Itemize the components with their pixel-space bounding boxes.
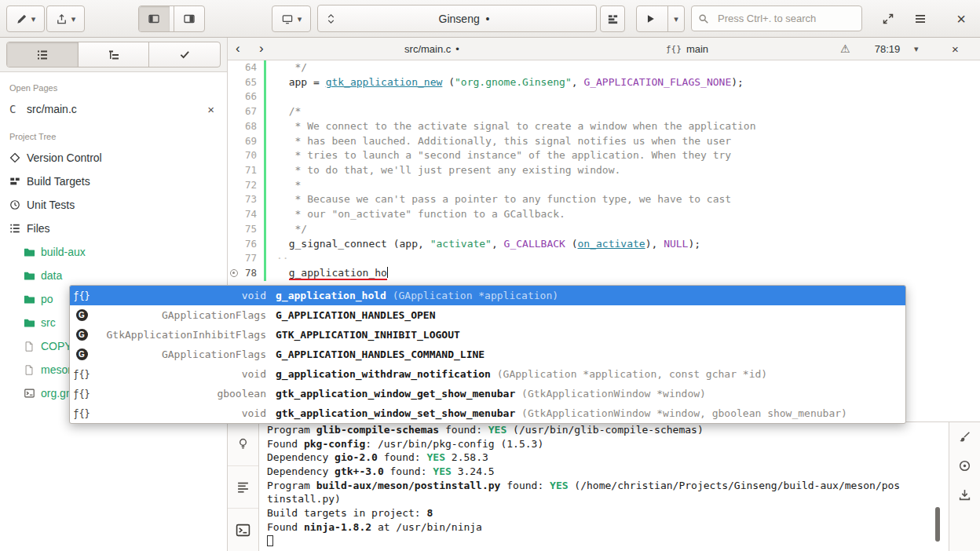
global-search-input[interactable] <box>718 13 856 24</box>
code-line[interactable]: g_application_ho <box>276 266 980 281</box>
output-text: found: <box>384 465 433 477</box>
terminal-button[interactable] <box>228 508 258 551</box>
diagnostics-button[interactable] <box>228 422 258 465</box>
code-line[interactable] <box>276 89 980 104</box>
completion-item[interactable]: GGtkApplicationInhibitFlagsGTK_APPLICATI… <box>70 325 905 345</box>
code-token: * <box>276 179 301 191</box>
close-editor-button[interactable]: × <box>952 38 959 60</box>
run-button[interactable] <box>637 6 664 31</box>
window-close-button[interactable]: × <box>947 5 975 32</box>
download-button[interactable] <box>958 488 971 502</box>
code-line[interactable]: g_signal_connect (app, "activate", G_CAL… <box>276 237 980 252</box>
symbol-name: gtk_application_window_get_show_menubar <box>276 388 515 400</box>
output-text: YES <box>488 424 506 436</box>
profiler-target-button[interactable] <box>958 459 971 473</box>
build-status-button[interactable] <box>600 5 625 32</box>
line-number[interactable]: 69 <box>228 134 264 149</box>
build-log-button[interactable] <box>228 465 258 509</box>
line-number[interactable]: 77 <box>228 251 264 266</box>
output-text: : /usr/bin/pkg-config (1.5.3) <box>365 438 543 450</box>
editor-tab-bar: ‹ › src/main.c• ƒ{} main ⚠ 78:19 ▾ × <box>228 38 980 60</box>
close-page-icon[interactable]: × <box>204 103 218 116</box>
return-type: GApplicationFlags <box>93 348 266 360</box>
run-options-button[interactable]: ▾ <box>667 6 684 31</box>
line-number[interactable]: 70 <box>228 148 264 163</box>
project-tree-label: Project Tree <box>0 121 227 146</box>
code-line[interactable]: */ <box>276 222 980 237</box>
line-number[interactable]: 76 <box>228 237 264 252</box>
output-text: Program <box>267 480 316 491</box>
nav-forward-button[interactable]: › <box>259 38 264 60</box>
code-line[interactable]: * to do that, we'll just present any exi… <box>276 163 980 178</box>
output-line: Dependency gio-2.0 found: YES 2.58.3 <box>267 451 942 465</box>
paintbrush-icon <box>958 430 971 443</box>
panel-right-icon <box>189 16 193 22</box>
build-output-terminal[interactable]: Program glib-compile-schemas found: YES … <box>259 422 949 551</box>
completion-item[interactable]: ƒ{}voidgtk_application_window_set_show_m… <box>70 403 905 423</box>
editor-options-button[interactable]: ▾ <box>914 38 919 60</box>
hamburger-menu-icon <box>914 13 927 24</box>
panel-left-icon <box>150 16 153 22</box>
tree-item-build-targets[interactable]: Build Targets <box>0 170 227 193</box>
tab-open-pages[interactable] <box>7 42 78 67</box>
code-line[interactable]: * We connect to the activate signal to c… <box>276 119 980 134</box>
fullscreen-button[interactable] <box>875 5 901 32</box>
theme-brush-button[interactable] <box>958 430 971 443</box>
code-line[interactable]: */ <box>276 60 980 75</box>
completion-item[interactable]: ƒ{}voidg_application_hold (GApplication … <box>70 286 905 305</box>
open-page-item[interactable]: C src/main.c × <box>0 97 227 121</box>
output-line: Found ninja-1.8.2 at /usr/bin/ninja <box>267 520 942 535</box>
current-line-marker-icon <box>230 269 238 277</box>
line-number[interactable]: 78 <box>228 266 264 281</box>
code-line[interactable]: * <box>276 178 980 193</box>
code-line[interactable]: * Because we can't pass a pointer to any… <box>276 192 980 207</box>
tree-item-build-aux[interactable]: build-aux <box>0 240 227 264</box>
line-number[interactable]: 73 <box>228 192 264 207</box>
tree-item-files[interactable]: Files <box>0 217 227 240</box>
tab-project-tree[interactable] <box>78 42 149 67</box>
output-text: Program <box>267 424 316 436</box>
completion-item[interactable]: ƒ{}voidg_application_withdraw_notificati… <box>70 364 905 384</box>
tree-item-data[interactable]: data <box>0 264 227 287</box>
search-icon <box>698 13 709 24</box>
line-number[interactable]: 75 <box>228 222 264 237</box>
terminal-cursor <box>267 535 273 546</box>
line-number[interactable]: 67 <box>228 104 264 119</box>
code-line[interactable]: ·· <box>276 251 980 266</box>
completion-item[interactable]: GGApplicationFlagsG_APPLICATION_HANDLES_… <box>70 345 905 364</box>
code-line[interactable]: * tries to launch a "second instance" of… <box>276 148 980 163</box>
line-number[interactable]: 74 <box>228 207 264 222</box>
toggle-left-panel-button[interactable] <box>139 6 170 31</box>
files-icon <box>9 223 27 234</box>
completion-item[interactable]: GGApplicationFlagsG_APPLICATION_HANDLES_… <box>70 305 905 325</box>
scrollbar-thumb[interactable] <box>935 507 940 542</box>
line-number[interactable]: 72 <box>228 178 264 193</box>
diagnostics-warning-icon[interactable]: ⚠ <box>840 38 850 60</box>
tree-item-unit-tests[interactable]: Unit Tests <box>0 193 227 217</box>
symbol-path-button[interactable]: ƒ{} main <box>666 38 708 60</box>
function-badge-icon: ƒ{} <box>70 408 93 419</box>
symbol-name: GTK_APPLICATION_INHIBIT_LOGOUT <box>276 329 460 341</box>
export-button[interactable]: ▾ <box>46 5 85 32</box>
edit-surface-button[interactable]: ▾ <box>6 5 45 32</box>
project-selector-button[interactable]: Ginseng • <box>317 5 597 32</box>
output-text: 2.58.3 <box>445 451 488 463</box>
menu-button[interactable] <box>907 5 934 32</box>
code-line[interactable]: app = gtk_application_new ("org.gnome.Gi… <box>276 75 980 90</box>
tree-item-version-control[interactable]: Version Control <box>0 146 227 170</box>
symbol-params: (GApplication *application, const gchar … <box>491 368 767 380</box>
code-line[interactable]: * our "on_activate" function to a GCallb… <box>276 207 980 222</box>
line-number[interactable]: 64 <box>228 60 264 75</box>
toggle-bottom-panel-button[interactable] <box>174 6 204 31</box>
line-number[interactable]: 65 <box>228 75 264 90</box>
device-button[interactable]: ▾ <box>272 5 311 32</box>
code-line[interactable]: /* <box>276 104 980 119</box>
nav-back-button[interactable]: ‹ <box>236 38 240 60</box>
tab-todo[interactable] <box>148 42 220 67</box>
line-number[interactable]: 66 <box>228 89 264 104</box>
line-number[interactable]: 71 <box>228 163 264 178</box>
completion-item[interactable]: ƒ{}gbooleangtk_application_window_get_sh… <box>70 384 905 403</box>
code-line[interactable]: * has been lauched. Additionally, this s… <box>276 134 980 149</box>
line-number[interactable]: 68 <box>228 119 264 134</box>
symbol-name: G_APPLICATION_HANDLES_OPEN <box>276 309 436 321</box>
